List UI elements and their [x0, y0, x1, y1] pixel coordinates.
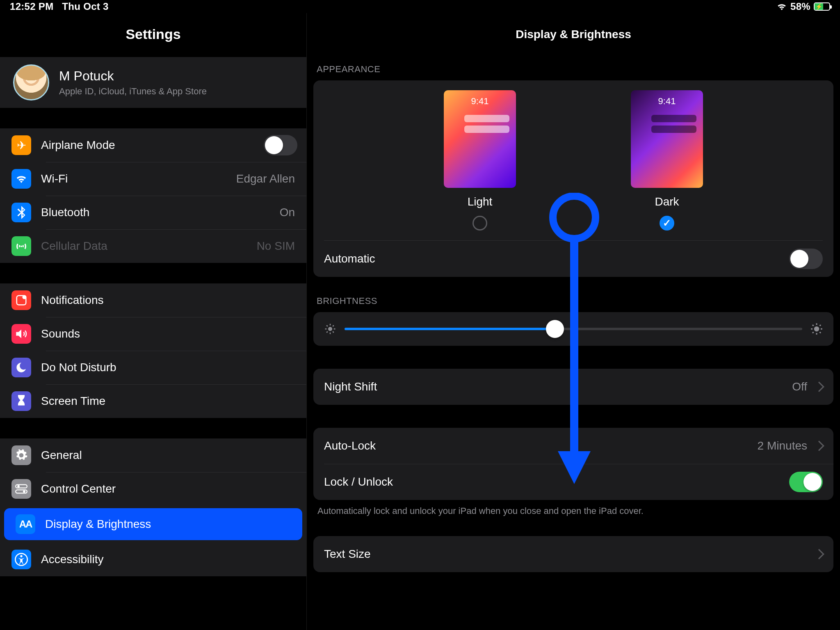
cellular-icon — [11, 236, 31, 256]
wifi-icon — [776, 2, 787, 11]
lock-unlock-toggle[interactable] — [789, 472, 823, 492]
detail-pane: Display & Brightness APPEARANCE Light Da… — [307, 13, 840, 630]
profile-row[interactable]: M Potuck Apple ID, iCloud, iTunes & App … — [0, 57, 306, 108]
profile-name: M Potuck — [59, 68, 207, 84]
svg-line-23 — [820, 332, 821, 333]
airplane-icon: ✈︎ — [11, 135, 31, 155]
appearance-light[interactable]: Light — [444, 90, 516, 231]
svg-line-25 — [820, 325, 821, 326]
status-bar: 12:52 PM Thu Oct 3 58% ⚡ — [0, 0, 840, 13]
text-size-row[interactable]: Text Size — [313, 536, 833, 572]
page-title: Display & Brightness — [313, 13, 833, 64]
sidebar-item-dnd[interactable]: Do Not Disturb — [0, 351, 306, 384]
airplane-toggle[interactable] — [264, 135, 297, 155]
light-thumbnail — [444, 90, 516, 188]
lock-unlock-row[interactable]: Lock / Unlock — [313, 464, 833, 500]
brightness-header: BRIGHTNESS — [313, 296, 833, 312]
battery-percent: 58% — [790, 1, 810, 12]
chevron-right-icon — [814, 381, 824, 392]
settings-sidebar: Settings M Potuck Apple ID, iCloud, iTun… — [0, 13, 307, 630]
sidebar-item-accessibility[interactable]: Accessibility — [0, 543, 306, 576]
svg-point-3 — [17, 485, 20, 488]
sidebar-item-cellular[interactable]: Cellular Data No SIM — [0, 229, 306, 263]
chevron-right-icon — [814, 549, 824, 559]
appearance-dark[interactable]: Dark ✓ — [631, 90, 703, 231]
brightness-slider[interactable] — [345, 328, 802, 330]
bluetooth-icon — [11, 203, 31, 222]
appearance-header: APPEARANCE — [313, 64, 833, 80]
sidebar-item-screentime[interactable]: Screen Time — [0, 384, 306, 418]
svg-point-7 — [20, 555, 22, 557]
sidebar-item-control-center[interactable]: Control Center — [0, 472, 306, 506]
chevron-right-icon — [814, 441, 824, 451]
lock-footer: Automatically lock and unlock your iPad … — [313, 500, 833, 516]
svg-line-16 — [333, 325, 334, 326]
sounds-icon — [11, 324, 31, 344]
dark-thumbnail — [631, 90, 703, 188]
svg-line-14 — [333, 331, 334, 333]
light-radio[interactable] — [472, 216, 487, 231]
svg-point-17 — [814, 326, 819, 332]
moon-icon — [11, 358, 31, 377]
sidebar-item-airplane[interactable]: ✈︎ Airplane Mode — [0, 128, 306, 162]
svg-line-15 — [326, 331, 328, 333]
accessibility-icon — [11, 550, 31, 569]
sidebar-item-notifications[interactable]: Notifications — [0, 283, 306, 317]
text-size-icon: AA — [16, 514, 35, 534]
brightness-slider-card — [313, 312, 833, 346]
battery-icon: ⚡ — [814, 2, 830, 11]
dark-radio[interactable]: ✓ — [660, 216, 674, 231]
sidebar-item-general[interactable]: General — [0, 438, 306, 472]
sidebar-item-bluetooth[interactable]: Bluetooth On — [0, 196, 306, 229]
sidebar-title: Settings — [0, 13, 306, 57]
sidebar-item-wifi[interactable]: Wi-Fi Edgar Allen — [0, 162, 306, 196]
svg-line-24 — [813, 332, 814, 333]
status-date: Thu Oct 3 — [62, 1, 108, 12]
status-time: 12:52 PM — [10, 1, 53, 12]
svg-line-13 — [326, 325, 328, 326]
wifi-settings-icon — [11, 169, 31, 189]
svg-point-1 — [23, 295, 27, 299]
avatar — [13, 64, 49, 100]
svg-line-22 — [813, 325, 814, 326]
sliders-icon — [11, 479, 31, 499]
sidebar-item-display[interactable]: AA Display & Brightness — [4, 508, 302, 540]
sidebar-item-sounds[interactable]: Sounds — [0, 317, 306, 351]
auto-lock-row[interactable]: Auto-Lock 2 Minutes — [313, 428, 833, 464]
sun-small-icon — [324, 323, 336, 335]
svg-point-8 — [328, 327, 332, 331]
automatic-toggle[interactable] — [789, 249, 823, 269]
notifications-icon — [11, 290, 31, 310]
appearance-card: Light Dark ✓ Automatic — [313, 80, 833, 277]
svg-point-5 — [23, 490, 25, 493]
night-shift-row[interactable]: Night Shift Off — [313, 369, 833, 405]
gear-icon — [11, 445, 31, 465]
sun-large-icon — [810, 323, 823, 335]
automatic-row[interactable]: Automatic — [313, 241, 833, 277]
profile-subtitle: Apple ID, iCloud, iTunes & App Store — [59, 86, 207, 97]
hourglass-icon — [11, 391, 31, 411]
